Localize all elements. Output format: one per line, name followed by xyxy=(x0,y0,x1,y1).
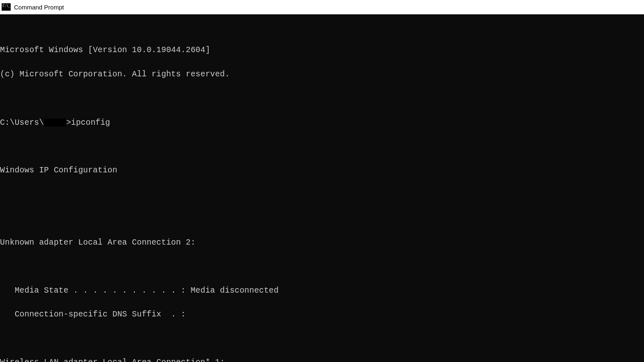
blank-line xyxy=(0,191,644,199)
prompt-line: C:\Users\>ipconfig xyxy=(0,119,644,127)
redacted-username xyxy=(44,119,66,126)
blank-line xyxy=(0,335,644,343)
blank-line xyxy=(0,143,644,151)
ipconfig-title: Windows IP Configuration xyxy=(0,167,644,175)
command-text: >ipconfig xyxy=(66,118,110,127)
adapter-header: Wireless LAN adapter Local Area Connecti… xyxy=(0,359,644,362)
copyright-line: (c) Microsoft Corporation. All rights re… xyxy=(0,71,644,79)
terminal-area[interactable]: Microsoft Windows [Version 10.0.19044.26… xyxy=(0,14,644,362)
version-line: Microsoft Windows [Version 10.0.19044.26… xyxy=(0,46,644,55)
media-state-line: Media State . . . . . . . . . . . : Medi… xyxy=(0,287,644,295)
window-title: Command Prompt xyxy=(14,4,64,11)
dns-suffix-line: Connection-specific DNS Suffix . : xyxy=(0,311,644,319)
blank-line xyxy=(0,94,644,103)
adapter-header: Unknown adapter Local Area Connection 2: xyxy=(0,239,644,247)
window-titlebar[interactable]: Command Prompt xyxy=(0,0,644,14)
blank-line xyxy=(0,215,644,223)
prompt-path: C:\Users\ xyxy=(0,118,44,127)
blank-line xyxy=(0,263,644,271)
cmd-icon xyxy=(2,3,11,11)
